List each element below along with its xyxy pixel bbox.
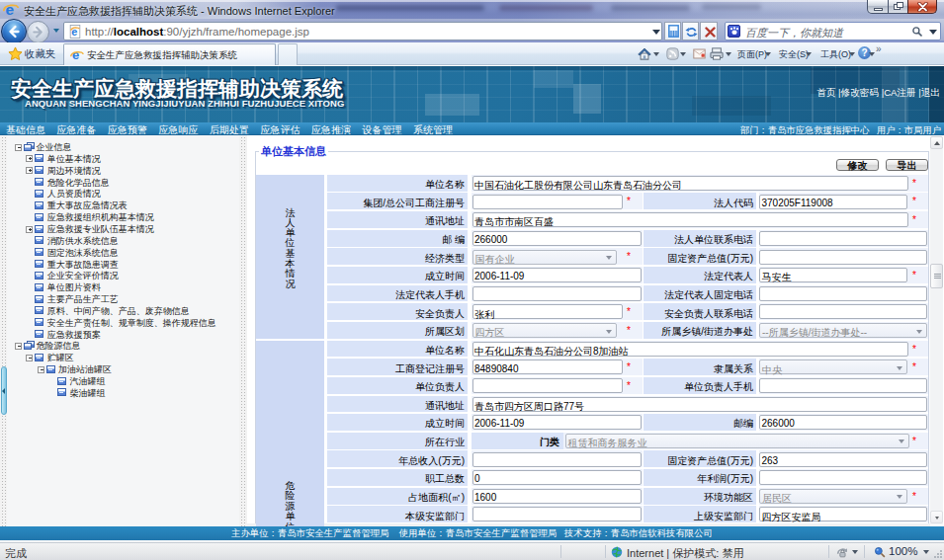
svg-text:e: e: [72, 48, 79, 62]
svg-text:e: e: [5, 1, 14, 18]
